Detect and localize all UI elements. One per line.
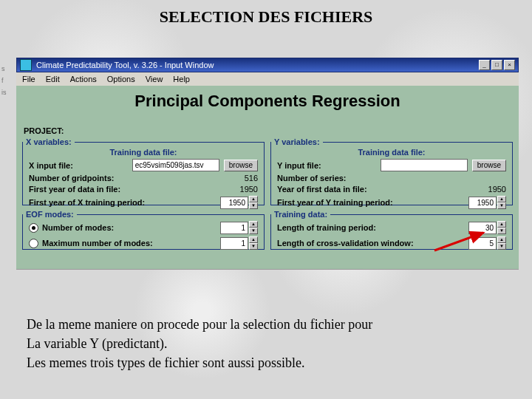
y-series-label: Number of series: bbox=[277, 174, 480, 183]
x-training-file-label: Training data file: bbox=[23, 148, 264, 157]
menu-options[interactable]: Options bbox=[107, 75, 135, 83]
spinner-down-icon: ▼ bbox=[249, 202, 258, 209]
y-browse-button[interactable]: browse bbox=[472, 160, 506, 171]
eof-modes-label: Number of modes: bbox=[42, 223, 220, 232]
y-input-file-field[interactable] bbox=[381, 159, 468, 171]
menu-view[interactable]: View bbox=[146, 75, 163, 83]
x-input-file-field[interactable]: ec95vsim5098jas.tsv bbox=[132, 159, 219, 171]
y-first-year-train-spinner[interactable]: 1950 ▲▼ bbox=[468, 196, 506, 209]
spinner-up-icon: ▲ bbox=[249, 196, 258, 202]
x-gridpoints-value: 516 bbox=[231, 174, 258, 183]
eof-modes-radio[interactable] bbox=[29, 223, 38, 233]
y-first-year-data-label: Year of first data in file: bbox=[277, 185, 480, 194]
project-label: PROJECT: bbox=[24, 126, 64, 135]
menu-actions[interactable]: Actions bbox=[70, 75, 97, 83]
app-icon bbox=[20, 59, 32, 71]
page-title: SELECTION DES FICHIERS bbox=[0, 0, 532, 30]
eof-modes-legend: EOF modes: bbox=[23, 210, 77, 219]
menu-help[interactable]: Help bbox=[173, 75, 190, 83]
eof-maxmodes-spinner[interactable]: 1 ▲▼ bbox=[220, 236, 258, 250]
cv-window-label: Length of cross-validation window: bbox=[277, 239, 468, 248]
menu-edit[interactable]: Edit bbox=[46, 75, 60, 83]
training-data-legend: Training data: bbox=[271, 210, 330, 219]
eof-modes-group: EOF modes: Number of modes: 1 ▲▼ Maximum… bbox=[22, 210, 265, 250]
y-input-file-label: Y input file: bbox=[277, 161, 381, 170]
eof-modes-spinner[interactable]: 1 ▲▼ bbox=[220, 221, 258, 234]
y-variables-legend: Y variables: bbox=[271, 137, 323, 146]
x-variables-group: X variables: Training data file: X input… bbox=[22, 137, 265, 205]
x-browse-button[interactable]: browse bbox=[224, 160, 258, 171]
menubar: File Edit Actions Options View Help bbox=[16, 72, 519, 86]
train-length-spinner[interactable]: 30 ▲▼ bbox=[468, 221, 506, 234]
close-button[interactable]: × bbox=[504, 60, 515, 70]
train-length-label: Length of training period: bbox=[277, 223, 468, 232]
app-window: Climate Predictability Tool, v. 3.26 - I… bbox=[16, 58, 519, 270]
y-variables-group: Y variables: Training data file: Y input… bbox=[270, 137, 513, 205]
slide-caption: De la meme maniere on procede pour la se… bbox=[27, 315, 372, 372]
panel-heading: Principal Components Regression bbox=[16, 86, 519, 118]
x-gridpoints-label: Number of gridpoints: bbox=[29, 174, 231, 183]
x-input-file-label: X input file: bbox=[29, 161, 132, 170]
titlebar: Climate Predictability Tool, v. 3.26 - I… bbox=[16, 58, 519, 72]
window-title: Climate Predictability Tool, v. 3.26 - I… bbox=[36, 61, 214, 69]
training-data-group: Training data: Length of training period… bbox=[270, 210, 513, 250]
main-panel: Principal Components Regression PROJECT:… bbox=[16, 86, 519, 269]
x-first-year-train-spinner[interactable]: 1950 ▲▼ bbox=[220, 196, 258, 209]
eof-maxmodes-label: Maximum number of modes: bbox=[42, 239, 220, 248]
y-first-year-train-label: First year of Y training period: bbox=[277, 198, 468, 207]
y-training-file-label: Training data file: bbox=[271, 148, 512, 157]
x-first-year-train-label: First year of X training period: bbox=[29, 198, 220, 207]
maximize-button[interactable]: □ bbox=[491, 60, 502, 70]
occluded-column: sfis bbox=[0, 61, 16, 208]
menu-file[interactable]: File bbox=[22, 75, 35, 83]
eof-maxmodes-radio[interactable] bbox=[29, 239, 38, 248]
minimize-button[interactable]: _ bbox=[479, 60, 490, 70]
x-variables-legend: X variables: bbox=[23, 137, 75, 146]
cv-window-spinner[interactable]: 5 ▲▼ bbox=[468, 236, 506, 250]
y-first-year-data-value: 1950 bbox=[480, 185, 506, 194]
x-first-year-data-value: 1950 bbox=[231, 185, 258, 194]
x-first-year-data-label: First year of data in file: bbox=[29, 185, 231, 194]
